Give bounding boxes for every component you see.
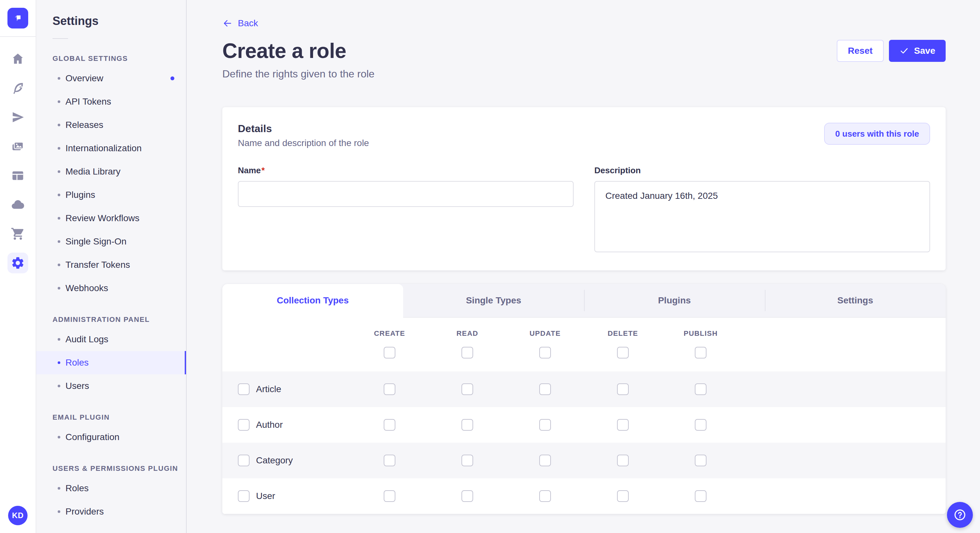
row-label: Author [256,420,283,430]
article-create-checkbox[interactable] [384,383,395,395]
settings-gear-icon[interactable] [8,252,28,273]
select-all-delete-checkbox[interactable] [617,347,629,359]
column-header-create: CREATE [351,329,428,338]
article-read-checkbox[interactable] [461,383,473,395]
select-all-update-checkbox[interactable] [539,347,551,359]
help-button[interactable] [947,502,973,528]
sidebar-item-users[interactable]: Users [36,374,186,398]
bullet-icon [58,100,60,103]
row-label: Category [256,455,293,466]
tab-settings[interactable]: Settings [765,284,946,317]
category-create-checkbox[interactable] [384,455,395,466]
author-update-checkbox[interactable] [539,419,551,431]
media-library-icon[interactable] [8,136,28,157]
description-textarea[interactable]: Created January 16th, 2025 [594,181,930,252]
select-all-create-checkbox[interactable] [384,347,395,359]
select-all-publish-checkbox[interactable] [695,347,706,359]
table-row-article: Article [222,371,946,407]
article-delete-checkbox[interactable] [617,383,629,395]
cloud-deploy-icon[interactable] [8,194,28,215]
sidebar-item-label: Single Sign-On [65,236,126,247]
section-label: USERS & PERMISSIONS PLUGIN [36,464,186,473]
tab-collection-types[interactable]: Collection Types [222,284,403,317]
nav-rail: KD [0,0,36,533]
category-delete-checkbox[interactable] [617,455,629,466]
sidebar-item-label: Plugins [65,190,95,200]
sidebar-item-providers[interactable]: Providers [36,500,186,523]
settings-sidebar: Settings GLOBAL SETTINGS Overview API To… [36,0,187,533]
tab-single-types[interactable]: Single Types [403,284,584,317]
permissions-panel: CREATE READ UPDATE DELETE PUBLISH [222,318,946,514]
author-delete-checkbox[interactable] [617,419,629,431]
sidebar-item-media-library[interactable]: Media Library [36,160,186,183]
bullet-icon [58,487,60,490]
section-label: ADMINISTRATION PANEL [36,316,186,324]
save-label: Save [914,46,935,56]
bullet-icon [58,124,60,126]
sidebar-item-webhooks[interactable]: Webhooks [36,276,186,300]
sidebar-divider [52,38,68,39]
row-select-checkbox[interactable] [238,383,250,395]
author-read-checkbox[interactable] [461,419,473,431]
category-update-checkbox[interactable] [539,455,551,466]
row-select-checkbox[interactable] [238,419,250,431]
sidebar-item-label: Configuration [65,432,119,443]
user-create-checkbox[interactable] [384,490,395,502]
layout-content-manager-icon[interactable] [8,165,28,186]
bullet-icon [58,170,60,173]
sidebar-item-plugins[interactable]: Plugins [36,183,186,206]
sidebar-item-roles-admin[interactable]: Roles [36,351,186,374]
details-heading: Details [238,123,369,135]
feather-content-icon[interactable] [8,78,28,98]
user-publish-checkbox[interactable] [695,490,706,502]
category-read-checkbox[interactable] [461,455,473,466]
user-delete-checkbox[interactable] [617,490,629,502]
avatar[interactable]: KD [8,506,27,525]
cart-marketplace-icon[interactable] [8,224,28,244]
row-select-checkbox[interactable] [238,490,250,502]
sidebar-item-single-sign-on[interactable]: Single Sign-On [36,230,186,253]
name-input[interactable] [238,181,574,207]
sidebar-item-audit-logs[interactable]: Audit Logs [36,328,186,351]
sidebar-item-roles-up[interactable]: Roles [36,477,186,500]
author-publish-checkbox[interactable] [695,419,706,431]
row-select-checkbox[interactable] [238,455,250,466]
sidebar-item-internationalization[interactable]: Internationalization [36,136,186,160]
sidebar-item-review-workflows[interactable]: Review Workflows [36,206,186,230]
user-read-checkbox[interactable] [461,490,473,502]
bullet-icon [58,287,60,289]
save-button[interactable]: Save [889,40,946,62]
sidebar-item-releases[interactable]: Releases [36,113,186,136]
select-all-read-checkbox[interactable] [461,347,473,359]
bullet-icon [58,338,60,341]
sidebar-title: Settings [36,14,186,28]
home-icon[interactable] [8,49,28,69]
description-field-group: Description Created January 16th, 2025 [594,164,930,255]
user-update-checkbox[interactable] [539,490,551,502]
page-subtitle: Define the rights given to the role [222,68,946,80]
reset-button[interactable]: Reset [837,40,883,62]
sidebar-item-api-tokens[interactable]: API Tokens [36,90,186,113]
bullet-icon [58,362,60,364]
back-link[interactable]: Back [222,18,258,29]
sidebar-item-overview[interactable]: Overview [36,67,186,90]
author-create-checkbox[interactable] [384,419,395,431]
article-publish-checkbox[interactable] [695,383,706,395]
rail-divider [0,36,36,37]
article-update-checkbox[interactable] [539,383,551,395]
back-label: Back [238,18,258,29]
tab-plugins[interactable]: Plugins [584,284,765,317]
sidebar-item-label: Internationalization [65,143,142,154]
notification-dot [170,76,174,80]
page-title: Create a role [222,39,347,63]
send-release-icon[interactable] [8,107,28,128]
sidebar-item-configuration[interactable]: Configuration [36,425,186,449]
sidebar-item-transfer-tokens[interactable]: Transfer Tokens [36,253,186,276]
category-publish-checkbox[interactable] [695,455,706,466]
users-with-role-badge[interactable]: 0 users with this role [824,123,930,145]
name-field-group: Name* [238,164,574,255]
bullet-icon [58,240,60,243]
strapi-logo[interactable] [8,8,28,29]
bullet-icon [58,263,60,266]
sidebar-item-label: Audit Logs [65,334,108,344]
